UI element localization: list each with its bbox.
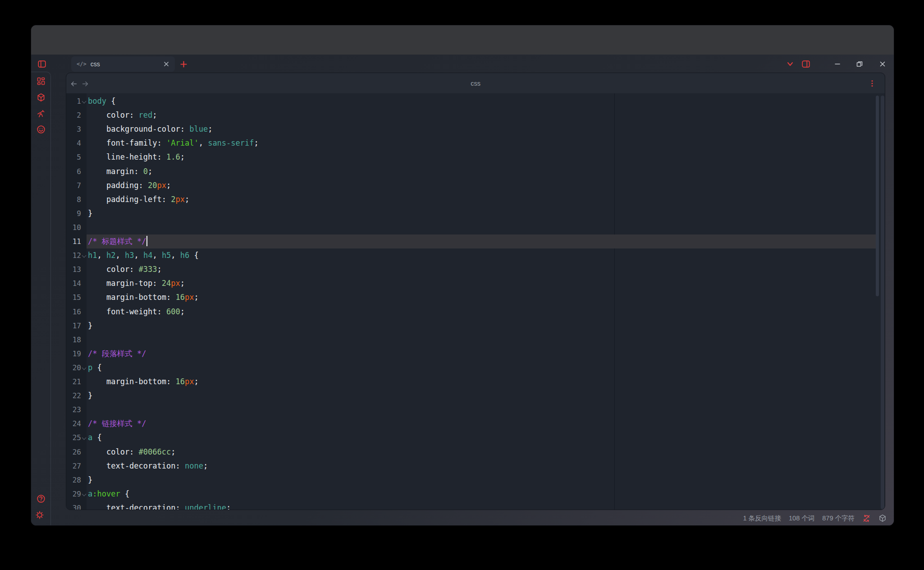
navigate-back-button[interactable] — [70, 80, 78, 88]
code-line-24[interactable]: 24/* 链接样式 */ — [66, 417, 885, 431]
plus-icon — [180, 60, 188, 68]
code-line-7[interactable]: 7 padding: 20px; — [66, 179, 885, 193]
code-line-text: } — [88, 319, 92, 333]
line-number: 18 — [66, 333, 81, 347]
code-line-5[interactable]: 5 line-height: 1.6; — [66, 150, 885, 164]
backlinks-count[interactable]: 1 条反向链接 — [743, 514, 781, 523]
line-number: 1 — [66, 94, 81, 108]
code-line-26[interactable]: 26 color: #0066cc; — [66, 445, 885, 459]
code-line-text: /* 链接样式 */ — [88, 417, 146, 431]
code-line-21[interactable]: 21 margin-bottom: 16px; — [66, 375, 885, 389]
code-line-18[interactable]: 18 — [66, 333, 885, 347]
code-editor[interactable]: 1body {2 color: red;3 background-color: … — [66, 93, 885, 510]
code-line-27[interactable]: 27 text-decoration: none; — [66, 459, 885, 473]
line-number: 3 — [66, 122, 81, 136]
toggle-left-sidebar-button[interactable] — [37, 59, 47, 69]
code-line-text: padding: 20px; — [88, 179, 171, 193]
window-restore-button[interactable] — [856, 60, 863, 68]
new-tab-button[interactable] — [180, 60, 188, 68]
tab-css[interactable]: </> css — [71, 56, 175, 72]
fold-chevron-icon[interactable] — [82, 365, 87, 370]
code-line-9[interactable]: 9} — [66, 207, 885, 221]
code-line-text: a { — [88, 431, 102, 445]
toggle-right-sidebar-button[interactable] — [801, 59, 811, 69]
cube-icon[interactable] — [878, 514, 887, 522]
code-line-text: margin: 0; — [88, 165, 152, 179]
help-icon — [37, 494, 46, 503]
code-line-29[interactable]: 29a:hover { — [66, 487, 885, 501]
settings-button[interactable] — [35, 510, 44, 519]
chevron-down-icon — [786, 60, 794, 68]
ribbon-smile-button[interactable] — [37, 125, 46, 134]
ribbon-box-button[interactable] — [37, 93, 46, 102]
window-minimize-button[interactable] — [834, 60, 841, 68]
code-line-23[interactable]: 23 — [66, 403, 885, 417]
gear-icon — [35, 510, 44, 519]
fold-chevron-icon[interactable] — [82, 492, 87, 496]
code-line-17[interactable]: 17} — [66, 319, 885, 333]
editor-scrollbar-thumb[interactable] — [876, 96, 879, 296]
code-line-13[interactable]: 13 color: #333; — [66, 262, 885, 276]
line-number: 22 — [66, 389, 81, 403]
workspace: </> css — [31, 55, 894, 525]
code-line-text: } — [88, 473, 92, 487]
code-line-10[interactable]: 10 — [66, 221, 885, 234]
app-window: </> css — [31, 25, 894, 526]
window-close-button[interactable] — [879, 60, 886, 68]
code-line-12[interactable]: 12h1, h2, h3, h4, h5, h6 { — [66, 248, 885, 262]
editor-pane: css — [66, 73, 885, 510]
minimize-icon — [834, 60, 841, 68]
code-line-22[interactable]: 22} — [66, 389, 885, 403]
navigate-forward-button[interactable] — [81, 80, 89, 88]
line-number: 30 — [66, 501, 81, 510]
code-line-text: h1, h2, h3, h4, h5, h6 { — [88, 248, 199, 262]
ribbon-dashboard-button[interactable] — [37, 77, 46, 86]
code-line-1[interactable]: 1body { — [66, 94, 885, 108]
code-line-text: margin-bottom: 16px; — [88, 290, 199, 304]
code-line-3[interactable]: 3 background-color: blue; — [66, 122, 885, 136]
code-line-text: body { — [88, 94, 115, 108]
line-number: 11 — [66, 234, 81, 248]
active-line-highlight — [87, 234, 877, 248]
tab-close-icon[interactable] — [163, 61, 169, 67]
code-line-19[interactable]: 19/* 段落样式 */ — [66, 347, 885, 361]
line-number: 17 — [66, 319, 81, 333]
code-line-20[interactable]: 20p { — [66, 361, 885, 375]
code-line-14[interactable]: 14 margin-top: 24px; — [66, 276, 885, 290]
code-line-25[interactable]: 25a { — [66, 431, 885, 445]
code-line-16[interactable]: 16 font-weight: 600; — [66, 305, 885, 319]
editor-header: css — [66, 73, 885, 93]
line-number: 13 — [66, 262, 81, 276]
line-number: 20 — [66, 361, 81, 375]
fold-chevron-icon[interactable] — [82, 253, 87, 258]
line-number: 9 — [66, 207, 81, 221]
code-line-text: text-decoration: none; — [88, 459, 208, 473]
code-line-30[interactable]: 30 text-decoration: underline; — [66, 501, 885, 510]
pane-scrollbar-thumb[interactable] — [881, 96, 884, 509]
tab-list-dropdown-button[interactable] — [786, 60, 794, 68]
code-line-text: margin-top: 24px; — [88, 276, 185, 290]
fold-chevron-icon[interactable] — [82, 99, 87, 104]
code-line-11[interactable]: 11/* 标题样式 */ — [66, 234, 885, 248]
code-line-6[interactable]: 6 margin: 0; — [66, 165, 885, 179]
line-number: 2 — [66, 108, 81, 122]
code-line-15[interactable]: 15 margin-bottom: 16px; — [66, 290, 885, 304]
line-number: 7 — [66, 179, 81, 193]
help-button[interactable] — [37, 494, 46, 503]
code-line-2[interactable]: 2 color: red; — [66, 108, 885, 122]
more-options-button[interactable] — [868, 79, 876, 87]
code-line-8[interactable]: 8 padding-left: 2px; — [66, 193, 885, 207]
smile-icon — [37, 125, 46, 134]
code-line-28[interactable]: 28} — [66, 473, 885, 487]
word-count[interactable]: 108 个词 — [789, 514, 814, 523]
layout-dashboard-icon — [37, 77, 46, 86]
sync-off-icon[interactable] — [862, 514, 871, 523]
titlebar[interactable] — [31, 25, 894, 55]
ribbon-telescope-button[interactable] — [37, 109, 46, 118]
fold-chevron-icon[interactable] — [82, 436, 87, 440]
code-line-4[interactable]: 4 font-family: 'Arial', sans-serif; — [66, 136, 885, 150]
line-number: 27 — [66, 459, 81, 473]
code-line-text: } — [88, 207, 92, 221]
code-line-text: a:hover { — [88, 487, 129, 501]
character-count[interactable]: 879 个字符 — [822, 514, 855, 523]
